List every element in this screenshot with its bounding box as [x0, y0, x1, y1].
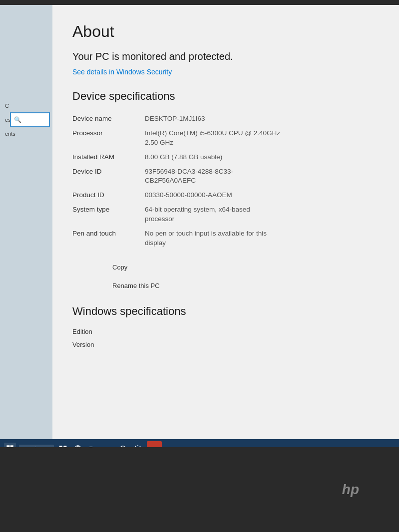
windows-specs-title: Windows specifications: [72, 305, 379, 318]
spec-value-ram: 8.00 GB (7.88 GB usable): [145, 150, 379, 165]
specs-table: Device name DESKTOP-1MJ1I63 Processor In…: [72, 112, 379, 251]
spec-label-pen-touch: Pen and touch: [72, 227, 145, 251]
spec-label-device-id: Device ID: [72, 165, 145, 189]
copy-button[interactable]: Copy: [102, 261, 137, 274]
spec-value-processor: Intel(R) Core(TM) i5-6300U CPU @ 2.40GHz…: [145, 126, 379, 150]
win-spec-version-row: Version: [72, 338, 379, 351]
table-row: Product ID 00330-50000-00000-AAOEM: [72, 188, 379, 203]
spec-label-system-type: System type: [72, 203, 145, 227]
spec-label-device-name: Device name: [72, 112, 145, 126]
security-status: Your PC is monitored and protected.: [72, 50, 379, 63]
spec-value-product-id: 00330-50000-00000-AAOEM: [145, 188, 379, 203]
hp-logo: hp: [342, 482, 359, 498]
laptop-body: hp: [0, 447, 399, 532]
spec-label-ram: Installed RAM: [72, 150, 145, 165]
spec-value-device-id: 93F56948-DCA3-4288-8C33-CB2F56A0AEFC: [145, 165, 379, 189]
table-row: Processor Intel(R) Core(TM) i5-6300U CPU…: [72, 126, 379, 150]
spec-label-processor: Processor: [72, 126, 145, 150]
device-specs-title: Device specifications: [72, 90, 379, 103]
search-box[interactable]: 🔍: [10, 112, 50, 127]
spec-label-product-id: Product ID: [72, 188, 145, 203]
page-title: About: [72, 22, 379, 41]
win-spec-edition-row: Edition: [72, 325, 379, 338]
sidebar-item-ents[interactable]: ents: [0, 128, 52, 140]
table-row: Installed RAM 8.00 GB (7.88 GB usable): [72, 150, 379, 165]
windows-security-link[interactable]: See details in Windows Security: [72, 68, 379, 76]
rename-pc-button[interactable]: Rename this PC: [102, 279, 170, 292]
win-spec-label-edition: Edition: [72, 328, 92, 335]
table-row: Pen and touch No pen or touch input is a…: [72, 227, 379, 251]
win-spec-label-version: Version: [72, 341, 94, 348]
spec-value-device-name: DESKTOP-1MJ1I63: [145, 112, 379, 126]
table-row: Device ID 93F56948-DCA3-4288-8C33-CB2F56…: [72, 165, 379, 189]
table-row: Device name DESKTOP-1MJ1I63: [72, 112, 379, 126]
sidebar: 🔍 C es ents: [0, 5, 52, 439]
screen-area: 🔍 C es ents About Your PC is monitored a…: [0, 5, 399, 439]
spec-value-pen-touch: No pen or touch input is available for t…: [145, 227, 379, 251]
sidebar-item-c[interactable]: C: [0, 100, 52, 112]
main-content: About Your PC is monitored and protected…: [52, 5, 399, 439]
spec-value-system-type: 64-bit operating system, x64-basedproces…: [145, 203, 379, 227]
table-row: System type 64-bit operating system, x64…: [72, 203, 379, 227]
search-icon: 🔍: [14, 116, 21, 123]
